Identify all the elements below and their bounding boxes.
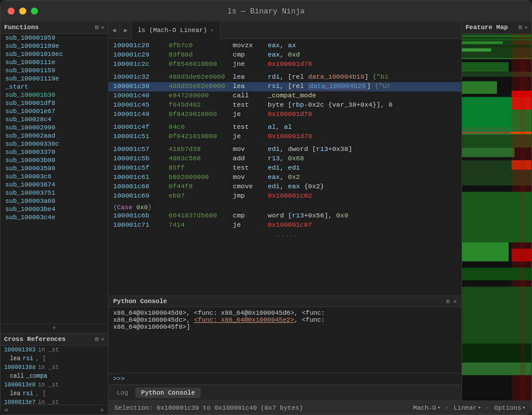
xref-row[interactable]: 1000013e7 in _st bbox=[1, 398, 108, 405]
func-item[interactable]: sub_100001010ec bbox=[1, 50, 108, 58]
disasm-row-selected[interactable]: 100001c39 488d35e02e0000 lea rsi, [rel d… bbox=[108, 82, 461, 92]
svg-rect-14 bbox=[462, 242, 509, 262]
console-link[interactable]: <func: x86_64@0x1000045e2> bbox=[194, 316, 295, 323]
func-item[interactable]: sub_100001df8 bbox=[1, 99, 108, 107]
disasm-mnem: mov bbox=[233, 173, 268, 181]
func-item[interactable]: _start bbox=[1, 83, 108, 91]
xrefs-icon2[interactable]: ✕ bbox=[101, 336, 104, 343]
disasm-row[interactable]: 100001c61 b802000000 mov eax, 0x2 bbox=[108, 173, 461, 182]
console-input-row: >>> bbox=[108, 373, 461, 384]
xrefs-icon1[interactable]: ⊞ bbox=[95, 336, 99, 343]
disasm-row[interactable]: 100001c4f 84c0 test al, al bbox=[108, 123, 461, 132]
disasm-bytes: f645d402 bbox=[169, 101, 233, 108]
close-button[interactable] bbox=[8, 8, 15, 15]
log-tab[interactable]: Log bbox=[111, 388, 134, 398]
functions-icon2[interactable]: ✕ bbox=[101, 24, 104, 31]
xref-row[interactable]: call _compa bbox=[1, 372, 108, 381]
disasm-row[interactable]: 100001c5b 4983c568 add r13, 0x68 bbox=[108, 154, 461, 164]
disasm-ops: al, al bbox=[268, 123, 457, 131]
status-bar: Selection: 0x100001c39 to 0x100001c40 (0… bbox=[108, 400, 531, 414]
func-item-active[interactable]: sub_100001b30 bbox=[1, 91, 108, 99]
xref-row[interactable]: 10000138a in _st bbox=[1, 363, 108, 372]
disasm-tab[interactable]: ls (Mach-O Linear) ✕ bbox=[132, 22, 220, 39]
view-dropdown[interactable]: Linear ▾ bbox=[454, 405, 481, 412]
func-item[interactable]: sub_100001159 bbox=[1, 66, 108, 75]
disasm-scroll[interactable]: 100001c26 0fb7c0 movzx eax, ax 100001c29… bbox=[108, 39, 461, 296]
console-input[interactable] bbox=[127, 375, 457, 382]
func-item[interactable]: sub_100001059 bbox=[1, 34, 108, 42]
console-text: x86_64@0x1000045d0>, <func: x86_64@0x100… bbox=[113, 310, 325, 316]
disasm-row[interactable]: 100001c69 eb97 jmp 0x100001c02 bbox=[108, 192, 461, 201]
disasm-mnem: cmp bbox=[233, 212, 268, 219]
xrefs-header: Cross References ⊞ ✕ bbox=[1, 333, 108, 346]
disasm-row[interactable]: 100001c40 e847280000 call _compat_mode bbox=[108, 92, 461, 101]
func-item[interactable]: sub_10000111e bbox=[1, 58, 108, 66]
func-item[interactable]: sub_100003c6 bbox=[1, 173, 108, 181]
disasm-row[interactable]: 100001c71 7414 je 0x100001c87 bbox=[108, 221, 461, 230]
func-item[interactable]: sub_100003a60 bbox=[1, 197, 108, 205]
disasm-addr: 100001c32 bbox=[113, 73, 169, 80]
disasm-row[interactable]: 100001c49 0f8429010000 je 0x100001d78 bbox=[108, 110, 461, 119]
tab-close-button[interactable]: ✕ bbox=[211, 27, 214, 34]
feature-map-canvas[interactable] bbox=[462, 34, 531, 400]
func-item[interactable]: sub_100003c4e bbox=[1, 213, 108, 221]
options-dropdown[interactable]: Options ▾ bbox=[494, 405, 526, 412]
disasm-bytes: 0f8421010000 bbox=[169, 132, 233, 140]
disasm-bytes: 418b7d38 bbox=[169, 145, 233, 153]
functions-scroll-indicator: ▼ bbox=[1, 323, 108, 333]
func-item[interactable]: sub_100001e67 bbox=[1, 107, 108, 115]
func-item[interactable]: sub_100000330c bbox=[1, 140, 108, 148]
func-item[interactable]: sub_100003590 bbox=[1, 164, 108, 173]
maximize-button[interactable] bbox=[31, 8, 38, 15]
disasm-bytes: 4983c568 bbox=[169, 154, 233, 162]
disasm-row[interactable]: 100001c66 0f44f8 cmove edi, eax {0x2} bbox=[108, 182, 461, 192]
func-item[interactable]: sub_100003b00 bbox=[1, 156, 108, 164]
func-item[interactable]: sub_100028c4 bbox=[1, 115, 108, 124]
disasm-row[interactable]: 100001c29 83f80d cmp eax, 0xd bbox=[108, 51, 461, 60]
disasm-ops: edi, eax {0x2} bbox=[268, 182, 457, 190]
disasm-ops: word [r13+0x56], 0x0 bbox=[268, 212, 457, 219]
arch-dropdown[interactable]: Mach-O ▾ bbox=[413, 405, 440, 412]
disasm-row[interactable]: 100001c2c 0f8546010000 jne 0x100001d78 bbox=[108, 60, 461, 69]
func-item[interactable]: sub_100002aad bbox=[1, 132, 108, 140]
minimize-button[interactable] bbox=[19, 8, 26, 15]
disasm-addr: 100001c51 bbox=[113, 132, 169, 140]
console-close-icon[interactable]: ✕ bbox=[453, 298, 457, 305]
feature-map-icons: ⊞ ✕ bbox=[519, 24, 528, 31]
disasm-row[interactable]: 100001c51 0f8421010000 je 0x100001d78 bbox=[108, 132, 461, 142]
xref-ops: rsi bbox=[23, 391, 33, 397]
func-item[interactable]: sub_100002990 bbox=[1, 124, 108, 132]
console-output: x86_64@0x1000045d0>, <func: x86_64@0x100… bbox=[108, 307, 461, 373]
feature-map-close-icon[interactable]: ✕ bbox=[524, 24, 528, 31]
content-and-feature: ◀ ▶ ls (Mach-O Linear) ✕ 100001c26 0fb7 bbox=[108, 22, 531, 414]
xref-row[interactable]: 100001383 in _st bbox=[1, 346, 108, 354]
disasm-ops: _compat_mode bbox=[268, 92, 457, 99]
disasm-mnem: je bbox=[233, 110, 268, 118]
disasm-ops: r13, 0x68 bbox=[268, 154, 457, 162]
disasm-row[interactable]: 100001c45 f645d402 test byte [rbp-0x2c {… bbox=[108, 101, 461, 110]
xref-row[interactable]: 1000013e0 in _st bbox=[1, 381, 108, 389]
disasm-row[interactable]: 100001c32 488d3de02e0000 lea rdi, [rel d… bbox=[108, 73, 461, 82]
disasm-addr: 100001c39 bbox=[113, 82, 169, 90]
disasm-row[interactable]: 100001c57 418b7d38 mov edi, dword [r13+0… bbox=[108, 145, 461, 154]
xref-row[interactable]: lea rsi, [ bbox=[1, 354, 108, 363]
arch-chevron: ▾ bbox=[438, 405, 440, 411]
disasm-row[interactable]: 100001c26 0fb7c0 movzx eax, ax bbox=[108, 41, 461, 51]
func-item[interactable]: sub_100003be4 bbox=[1, 205, 108, 213]
func-item[interactable]: sub_100001109e bbox=[1, 42, 108, 50]
disasm-row[interactable]: 100001c5f 85ff test edi, edi bbox=[108, 164, 461, 173]
console-expand-icon[interactable]: ⊞ bbox=[446, 298, 450, 305]
func-item[interactable]: sub_100003370 bbox=[1, 148, 108, 156]
xref-row[interactable]: lea rsi, [ bbox=[1, 389, 108, 398]
functions-icon1[interactable]: ⊞ bbox=[95, 24, 99, 31]
python-console-tab[interactable]: Python Console bbox=[135, 388, 201, 398]
tab-next-button[interactable]: ▶ bbox=[120, 22, 132, 39]
functions-list[interactable]: sub_100001059 sub_100001109e sub_1000010… bbox=[1, 34, 108, 323]
xref-addr: 10000138a bbox=[4, 364, 36, 371]
func-item[interactable]: sub_100003674 bbox=[1, 181, 108, 189]
feature-map-expand-icon[interactable]: ⊞ bbox=[519, 24, 522, 31]
func-item[interactable]: sub_100003751 bbox=[1, 189, 108, 197]
tab-prev-button[interactable]: ◀ bbox=[108, 22, 120, 39]
func-item[interactable]: sub_100001119e bbox=[1, 75, 108, 83]
disasm-row[interactable]: 100001c6b 6641837d5600 cmp word [r13+0x5… bbox=[108, 212, 461, 221]
